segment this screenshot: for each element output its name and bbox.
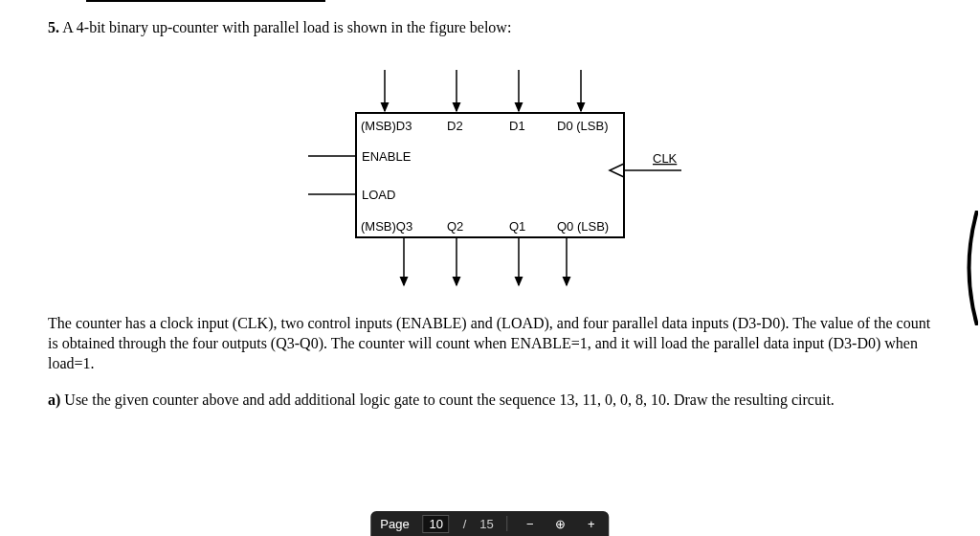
label-d0: D0 (LSB) [557,119,608,133]
label-d3: (MSB)D3 [361,119,412,133]
label-q1: Q1 [509,219,525,234]
label-q3: (MSB)Q3 [361,219,412,234]
label-load: LOAD [362,188,395,202]
counter-description: The counter has a clock input (CLK), two… [48,314,932,373]
zoom-out-button[interactable]: − [522,517,539,531]
scroll-indicator[interactable] [961,211,978,325]
part-a: a) Use the given counter above and add a… [48,391,932,411]
page-content: 5. A 4-bit binary up-counter with parall… [0,0,980,430]
zoom-reset-button[interactable]: ⊕ [552,517,569,531]
page-number-input[interactable] [423,515,450,533]
label-clk: CLK [653,151,678,166]
part-a-label: a) [48,391,60,408]
toolbar-separator [507,516,508,531]
part-a-text: Use the given counter above and add addi… [64,391,835,408]
page-total: 15 [479,517,493,531]
pdf-toolbar: Page / 15 − ⊕ + [370,511,609,536]
zoom-in-button[interactable]: + [583,517,600,531]
question-intro: 5. A 4-bit binary up-counter with parall… [48,19,932,36]
label-d1: D1 [509,119,525,133]
decorative-top-line [86,0,325,2]
counter-svg: (MSB)D3 D2 D1 D0 (LSB) ENABLE LOAD CLK (… [279,56,701,295]
page-slash: / [463,517,467,531]
label-d2: D2 [447,119,463,133]
counter-diagram: (MSB)D3 D2 D1 D0 (LSB) ENABLE LOAD CLK (… [48,56,932,295]
question-intro-text: A 4-bit binary up-counter with parallel … [62,19,511,35]
label-q0: Q0 (LSB) [557,219,609,234]
toolbar-page-label: Page [380,517,409,531]
label-q2: Q2 [447,219,463,234]
label-enable: ENABLE [362,149,412,164]
question-number: 5. [48,19,59,35]
